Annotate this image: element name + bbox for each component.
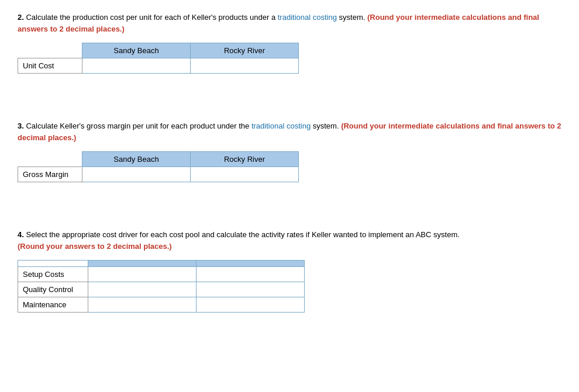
q4-label-maintenance: Maintenance [18,297,88,313]
table-row: Maintenance [18,297,305,313]
spacer-1 [18,91,561,120]
q2-highlight-costing: costing [313,13,337,22]
q4-setup-costs-col1[interactable] [88,267,197,282]
q4-table: Setup Costs Quality Control Maintenance [18,260,305,313]
q4-setup-costs-col2[interactable] [197,267,305,282]
q4-quality-col1[interactable] [88,282,197,297]
table-row: Setup Costs [18,267,305,282]
q3-header-sandy-beach: Sandy Beach [82,152,191,167]
question-3-text: 3. Calculate Keller's gross margin per u… [18,120,561,143]
q2-header-empty [18,43,82,58]
q4-quality-input-1[interactable] [93,285,191,294]
q3-table: Sandy Beach Rocky River Gross Margin [18,151,299,182]
spacer-2 [18,200,561,229]
q3-header-rocky-river: Rocky River [191,152,299,167]
question-4-text: 4. Select the appropriate cost driver fo… [18,229,561,252]
question-4-block: 4. Select the appropriate cost driver fo… [18,229,561,313]
q2-table: Sandy Beach Rocky River Unit Cost [18,43,299,74]
q2-input-rocky-river[interactable] [195,61,294,70]
q3-label-gross-margin: Gross Margin [18,167,82,182]
table-row: Unit Cost [18,58,299,74]
q4-number: 4. [18,230,24,239]
q4-label-quality-control: Quality Control [18,282,88,297]
q3-input-gross-margin-rocky[interactable] [191,167,299,182]
q3-highlight-costing: costing [287,122,311,130]
question-3-block: 3. Calculate Keller's gross margin per u… [18,120,561,182]
q3-input-sandy-beach[interactable] [87,170,185,179]
q3-number: 3. [18,122,24,130]
q4-maintenance-input-1[interactable] [93,300,191,309]
q2-number: 2. [18,13,24,22]
q2-input-sandy-beach[interactable] [87,61,185,70]
q2-input-unit-cost-sandy[interactable] [82,58,191,74]
q4-header-empty [18,261,88,267]
q4-setup-input-1[interactable] [93,270,191,279]
q4-header-col1 [88,261,197,267]
q3-header-empty [18,152,82,167]
q4-maintenance-input-2[interactable] [201,300,299,309]
q2-input-unit-cost-rocky[interactable] [191,58,299,74]
q3-input-gross-margin-sandy[interactable] [82,167,191,182]
q4-maintenance-col1[interactable] [88,297,197,313]
q3-highlight-traditional: traditional [251,122,284,130]
q4-header-col2 [197,261,305,267]
q2-highlight-traditional: traditional [278,13,311,22]
q3-input-rocky-river[interactable] [195,170,294,179]
q4-maintenance-col2[interactable] [197,297,305,313]
q4-quality-col2[interactable] [197,282,305,297]
q4-bold-instruction: (Round your answers to 2 decimal places.… [18,242,172,251]
q4-setup-input-2[interactable] [201,270,299,279]
q2-header-sandy-beach: Sandy Beach [82,43,191,58]
question-2-block: 2. Calculate the production cost per uni… [18,12,561,74]
q4-label-setup-costs: Setup Costs [18,267,88,282]
table-row: Quality Control [18,282,305,297]
q2-label-unit-cost: Unit Cost [18,58,82,74]
q2-header-rocky-river: Rocky River [191,43,299,58]
question-2-text: 2. Calculate the production cost per uni… [18,12,561,34]
q4-quality-input-2[interactable] [201,285,299,294]
table-row: Gross Margin [18,167,299,182]
